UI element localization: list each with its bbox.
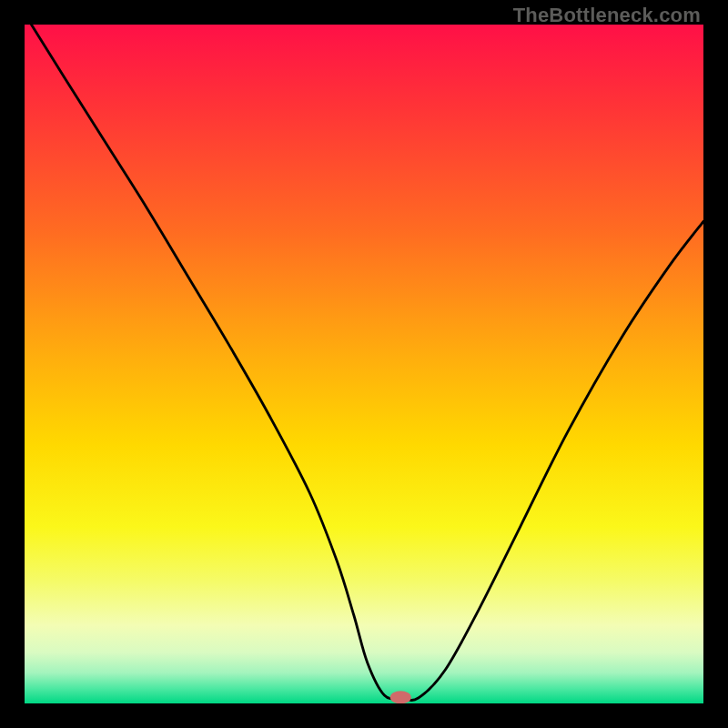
gradient-background (25, 25, 703, 703)
optimum-point (390, 691, 411, 703)
plot-area (25, 25, 703, 703)
chart-svg (25, 25, 703, 703)
chart-frame: TheBottleneck.com (0, 0, 728, 728)
